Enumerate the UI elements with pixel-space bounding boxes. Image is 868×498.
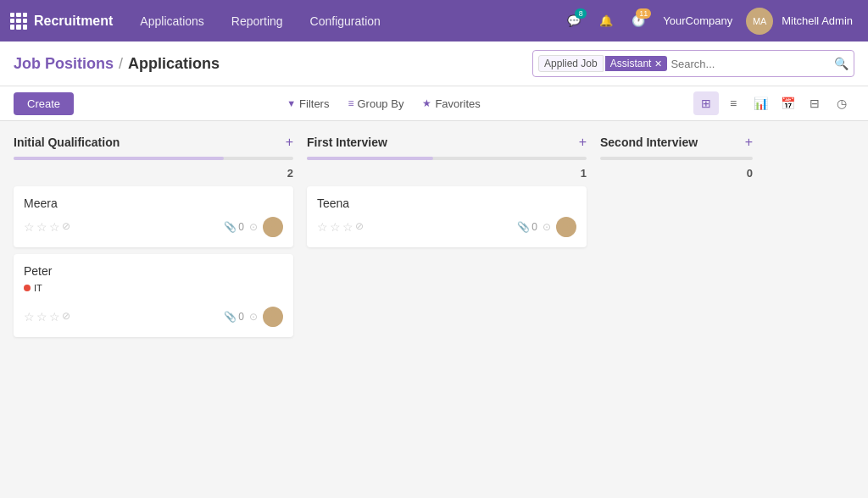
view-icons: ⊞ ≡ 📊 📅 ⊟ ◷: [693, 91, 854, 115]
card-tag: IT: [24, 283, 42, 293]
filters-button[interactable]: ▼ Filters: [278, 94, 337, 113]
card-avatar: [556, 217, 576, 237]
grid-icon: [10, 13, 27, 30]
column-title: Initial Qualification: [14, 136, 120, 149]
card-footer: ☆ ☆ ☆ ⊘ 📎 0 ⊙: [24, 307, 283, 327]
card-teena[interactable]: Teena ☆ ☆ ☆ ⊘ 📎 0 ⊙: [307, 186, 587, 247]
kanban-icon: ⊞: [701, 97, 711, 110]
column-initial-qualification: Initial Qualification + 2 Meera ☆ ☆ ☆ ⊘ …: [14, 135, 293, 344]
tag-dot: [24, 285, 31, 291]
brand[interactable]: Recruitment: [10, 13, 113, 30]
svg-point-1: [267, 230, 279, 237]
column-count-row: 0: [600, 167, 753, 180]
card-footer: ☆ ☆ ☆ ⊘ 📎 0 ⊙: [24, 217, 283, 237]
star-block-icon: ⊘: [62, 220, 70, 234]
username[interactable]: Mitchell Admin: [776, 14, 858, 27]
company-name[interactable]: YourCompany: [656, 14, 739, 27]
avatar[interactable]: MA: [746, 8, 773, 35]
search-tag: Applied Job Assistant ✕: [538, 55, 667, 72]
card-status-icon: ⊙: [249, 311, 258, 323]
group-by-icon: ≡: [348, 97, 353, 109]
column-second-interview: Second Interview + 0: [600, 135, 753, 344]
star-2[interactable]: ☆: [36, 310, 47, 324]
clock-badge: 11: [636, 8, 651, 19]
star-block-icon: ⊘: [355, 220, 364, 234]
search-tag-close-btn[interactable]: ✕: [654, 59, 662, 69]
column-progress-bar: [307, 157, 587, 160]
card-name: Peter: [24, 264, 283, 278]
star-3[interactable]: ☆: [342, 220, 353, 234]
search-input[interactable]: [670, 58, 834, 70]
column-header: First Interview +: [307, 135, 587, 150]
column-add-btn[interactable]: +: [286, 135, 293, 150]
card-meta: 📎 0 ⊙: [517, 217, 576, 237]
paperclip-icon: 📎: [224, 221, 236, 233]
navbar-right: 💬 8 🔔 🕐 11 YourCompany MA Mitchell Admin: [559, 7, 858, 36]
star-1[interactable]: ☆: [24, 310, 35, 324]
column-add-btn[interactable]: +: [745, 135, 753, 150]
breadcrumb-parent[interactable]: Job Positions: [14, 55, 114, 73]
calendar-icon: 📅: [781, 97, 795, 110]
column-title: Second Interview: [600, 136, 698, 149]
calendar-view-btn[interactable]: 📅: [775, 91, 800, 115]
column-progress-bar: [14, 157, 293, 160]
star-2[interactable]: ☆: [330, 220, 341, 234]
star-3[interactable]: ☆: [49, 310, 60, 324]
card-meera[interactable]: Meera ☆ ☆ ☆ ⊘ 📎 0 ⊙: [14, 186, 293, 247]
column-count-row: 2: [14, 167, 293, 180]
alert-icon-btn[interactable]: 🔔: [592, 7, 620, 36]
search-bar: Applied Job Assistant ✕ 🔍: [532, 50, 854, 77]
card-meta: 📎 0 ⊙: [224, 217, 283, 237]
bell-icon: 🔔: [599, 14, 613, 27]
svg-point-2: [270, 310, 276, 317]
breadcrumb: Job Positions / Applications: [14, 55, 220, 73]
star-3[interactable]: ☆: [49, 220, 60, 234]
clock-icon-btn[interactable]: 🕐 11: [624, 7, 653, 36]
kanban-view-btn[interactable]: ⊞: [693, 91, 719, 115]
column-first-interview: First Interview + 1 Teena ☆ ☆ ☆ ⊘ 📎: [307, 135, 587, 344]
column-progress-bar: [600, 157, 753, 160]
star-icon: ★: [422, 97, 431, 109]
column-add-btn[interactable]: +: [579, 135, 587, 150]
tag-label: IT: [34, 283, 42, 293]
attachment-count: 📎 0: [224, 311, 244, 323]
activity-view-btn[interactable]: ◷: [829, 91, 854, 115]
chat-icon-btn[interactable]: 💬 8: [559, 7, 588, 36]
column-header: Initial Qualification +: [14, 135, 293, 150]
paperclip-icon: 📎: [517, 221, 530, 233]
column-count-row: 1: [307, 167, 587, 180]
search-icon[interactable]: 🔍: [834, 57, 849, 70]
chart-view-btn[interactable]: 📊: [748, 91, 773, 115]
app-name: Recruitment: [34, 14, 113, 29]
filter-arrow-icon: ▼: [287, 98, 296, 108]
star-block-icon: ⊘: [62, 310, 70, 324]
star-1[interactable]: ☆: [317, 220, 328, 234]
avatar-image: [263, 217, 283, 237]
column-count: 1: [581, 167, 587, 180]
card-avatar: [263, 217, 283, 237]
nav-applications[interactable]: Applications: [126, 0, 218, 42]
svg-point-3: [267, 320, 279, 327]
card-footer: ☆ ☆ ☆ ⊘ 📎 0 ⊙: [317, 217, 576, 237]
list-icon: ≡: [730, 97, 737, 110]
card-peter[interactable]: Peter IT ☆ ☆ ☆ ⊘ 📎 0 ⊙: [14, 254, 293, 337]
grid-view-btn[interactable]: ⊟: [802, 91, 827, 115]
sub-header: Job Positions / Applications Applied Job…: [0, 42, 868, 86]
list-view-btn[interactable]: ≡: [721, 91, 746, 115]
attachment-count: 📎 0: [517, 221, 537, 233]
column-count: 2: [287, 167, 293, 180]
attachment-count: 📎 0: [224, 221, 244, 233]
chart-icon: 📊: [754, 97, 768, 110]
group-by-button[interactable]: ≡ Group By: [339, 94, 412, 113]
star-2[interactable]: ☆: [36, 220, 47, 234]
svg-point-5: [560, 230, 572, 237]
create-button[interactable]: Create: [14, 92, 74, 115]
favorites-button[interactable]: ★ Favorites: [414, 94, 488, 113]
avatar-initials: MA: [753, 16, 767, 26]
star-1[interactable]: ☆: [24, 220, 35, 234]
nav-reporting[interactable]: Reporting: [218, 0, 297, 42]
card-status-icon: ⊙: [542, 221, 551, 233]
paperclip-icon: 📎: [224, 311, 236, 323]
nav-configuration[interactable]: Configuration: [297, 0, 394, 42]
progress-fill: [14, 157, 224, 160]
